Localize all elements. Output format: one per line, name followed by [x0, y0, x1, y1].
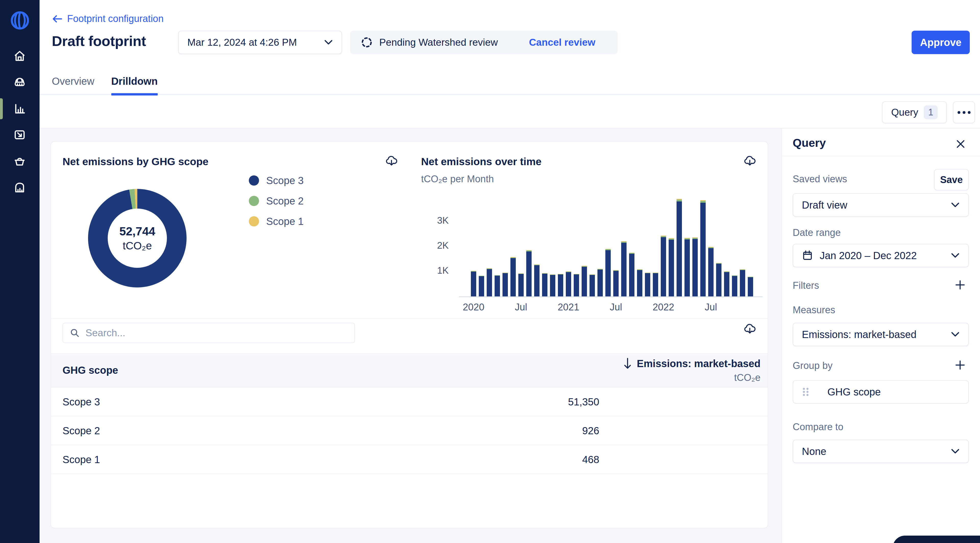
- x-axis-labels: 2020Jul2021Jul2022Jul: [471, 302, 757, 315]
- approve-button[interactable]: Approve: [912, 31, 970, 54]
- plus-icon: [954, 279, 966, 291]
- row-value: 468: [582, 454, 599, 465]
- bar-mar-2022: [676, 199, 682, 296]
- bar-dec-2020: [558, 274, 563, 296]
- bar-nov-2021: [645, 273, 650, 296]
- sidebar: [0, 0, 40, 543]
- measures-value: Emissions: market-based: [802, 329, 916, 340]
- y-axis-tick-3k: 3K: [415, 215, 449, 226]
- search-input[interactable]: [86, 327, 348, 339]
- bar-jul-2021: [613, 270, 619, 296]
- drag-handle-icon[interactable]: [801, 386, 811, 398]
- tab-drilldown[interactable]: Drilldown: [111, 76, 158, 95]
- sidebar-item-home[interactable]: [13, 49, 26, 62]
- row-value: 51,350: [568, 396, 599, 408]
- chevron-down-icon: [951, 331, 959, 337]
- x-axis-tick: 2022: [652, 302, 674, 313]
- table-row: Scope 3 51,350: [51, 387, 768, 416]
- bar-mar-2020: [487, 268, 492, 296]
- sidebar-item-reports[interactable]: [13, 181, 26, 194]
- legend-item-scope3: Scope 3: [249, 175, 304, 186]
- pending-spinner-icon: [361, 37, 372, 48]
- x-axis-line: [459, 296, 762, 297]
- save-view-button[interactable]: Save: [934, 169, 969, 190]
- version-select[interactable]: Mar 12, 2024 at 4:26 PM: [178, 31, 342, 54]
- basket-icon: [13, 154, 26, 168]
- bar-mar-2021: [582, 266, 587, 296]
- bar-feb-2022: [669, 238, 674, 296]
- group-by-item[interactable]: GHG scope: [793, 380, 969, 404]
- bar-feb-2020: [479, 276, 484, 296]
- cloud-download-icon: [385, 154, 398, 167]
- measures-select[interactable]: Emissions: market-based: [793, 323, 969, 346]
- bar-nov-2020: [550, 274, 555, 296]
- bar-sep-2020: [534, 264, 539, 296]
- back-link-label: Footprint configuration: [67, 13, 164, 24]
- page-title: Draft footprint: [52, 33, 146, 49]
- bar-oct-2021: [637, 269, 642, 296]
- more-options-button[interactable]: [953, 101, 975, 123]
- query-button-label: Query: [891, 107, 918, 118]
- scope3-legend-dot: [249, 175, 259, 186]
- bar-jan-2021: [566, 271, 571, 296]
- bar-feb-2021: [574, 274, 579, 296]
- bar-sep-2021: [629, 253, 635, 296]
- chat-launcher-button[interactable]: [893, 536, 980, 543]
- sidebar-item-analytics[interactable]: [13, 102, 26, 115]
- column-header-ghg-scope: GHG scope: [62, 365, 118, 376]
- add-filter-button[interactable]: [953, 278, 967, 291]
- bar-may-2022: [692, 237, 698, 296]
- measurement-globe-icon: [13, 76, 26, 89]
- add-group-by-button[interactable]: [953, 358, 967, 372]
- chevron-down-icon: [951, 449, 959, 454]
- compare-to-label: Compare to: [793, 422, 843, 433]
- legend-item-scope2: Scope 2: [249, 196, 304, 206]
- x-axis-tick: Jul: [705, 302, 717, 313]
- sidebar-item-marketplace[interactable]: [13, 154, 26, 168]
- export-icon: [13, 128, 26, 142]
- x-axis-tick: Jul: [610, 302, 622, 313]
- sidebar-item-measure[interactable]: [13, 76, 26, 89]
- download-donut-button[interactable]: [385, 154, 398, 167]
- bar-may-2021: [597, 269, 603, 296]
- breadcrumb-back-link[interactable]: Footprint configuration: [52, 13, 164, 24]
- donut-legend: Scope 3 Scope 2 Scope 1: [249, 175, 304, 227]
- stacked-bar-chart: [471, 197, 757, 296]
- donut-chart-title: Net emissions by GHG scope: [62, 156, 208, 168]
- cancel-review-link[interactable]: Cancel review: [529, 37, 595, 48]
- chevron-down-icon: [951, 202, 959, 208]
- bar-jan-2020: [471, 271, 476, 296]
- y-axis-tick-1k: 1K: [415, 265, 449, 276]
- tab-overview[interactable]: Overview: [52, 76, 94, 95]
- column-header-unit: tCO₂e: [734, 372, 760, 383]
- download-table-button[interactable]: [743, 322, 756, 336]
- column-header-emissions-sort[interactable]: Emissions: market-based: [623, 357, 760, 370]
- bar-oct-2020: [542, 273, 547, 296]
- ellipsis-icon: [958, 111, 960, 114]
- compare-to-select[interactable]: None: [793, 439, 969, 463]
- back-arrow-icon: [52, 14, 62, 23]
- close-icon[interactable]: [955, 138, 967, 150]
- x-axis-tick: 2021: [558, 302, 579, 313]
- date-range-value: Jan 2020 – Dec 2022: [820, 250, 917, 261]
- bar-chart-icon: [13, 102, 26, 115]
- cloud-download-icon: [743, 322, 756, 335]
- donut-total-unit: tCO₂e: [123, 240, 152, 252]
- date-range-select[interactable]: Jan 2020 – Dec 2022: [793, 244, 969, 267]
- sort-descending-icon: [623, 357, 632, 370]
- donut-total-value: 52,744: [119, 225, 156, 238]
- bar-aug-2021: [621, 241, 627, 296]
- saved-view-select[interactable]: Draft view: [793, 193, 969, 217]
- table-search[interactable]: [62, 323, 355, 343]
- download-time-chart-button[interactable]: [743, 154, 756, 167]
- sidebar-item-export[interactable]: [13, 128, 26, 142]
- tab-bar: Overview Drilldown: [52, 76, 158, 95]
- bar-apr-2022: [684, 238, 690, 296]
- row-label: Scope 2: [62, 425, 100, 436]
- query-toggle-button[interactable]: Query 1: [882, 101, 947, 123]
- row-label: Scope 1: [62, 454, 100, 465]
- calendar-icon: [802, 250, 813, 261]
- scope1-legend-dot: [249, 216, 259, 226]
- active-nav-indicator: [0, 98, 3, 119]
- bar-jun-2021: [605, 249, 611, 296]
